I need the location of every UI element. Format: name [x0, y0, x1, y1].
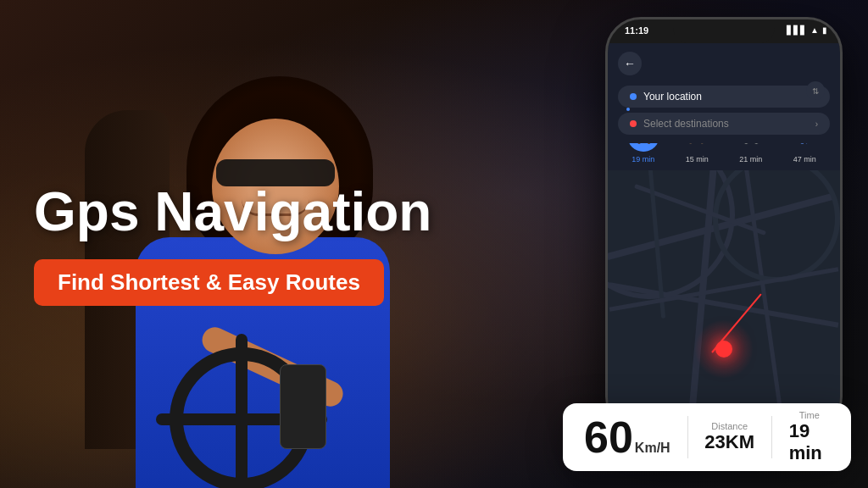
subtitle-badge: Find Shortest & Easy Routes — [34, 259, 384, 306]
phone-frame: 11:19 ▋▋▋ ▲ ▮ ← Your loca — [605, 17, 843, 432]
location-pin — [694, 319, 754, 379]
location-dot — [630, 93, 637, 100]
status-icons: ▋▋▋ ▲ ▮ — [787, 25, 827, 35]
pin-glow — [694, 319, 754, 379]
divider-2 — [771, 416, 772, 458]
pin-dot — [715, 341, 732, 358]
left-content: Gps Navigation Find Shortest & Easy Rout… — [0, 0, 492, 488]
battery-icon: ▮ — [822, 25, 827, 35]
time-stat: Time 19 min — [789, 410, 830, 464]
distance-value: 23KM — [704, 431, 754, 453]
bottom-info-card: 60 Km/H Distance 23KM Time 19 min — [563, 403, 851, 471]
back-button[interactable]: ← — [618, 52, 642, 75]
location-text: Your location — [643, 91, 702, 103]
divider-1 — [687, 416, 688, 458]
distance-stat: Distance 23KM — [704, 421, 754, 453]
wifi-icon: ▲ — [810, 25, 819, 35]
chevron-right-icon: › — [815, 119, 818, 129]
destination-text: Select destinations — [643, 118, 729, 130]
destination-input[interactable]: Select destinations › — [618, 113, 830, 135]
speed-unit: Km/H — [635, 441, 670, 456]
car-time: 19 min — [632, 155, 654, 164]
phone-notch — [673, 19, 775, 43]
destination-dot — [630, 120, 637, 127]
status-time: 11:19 — [625, 25, 648, 36]
time-value: 19 min — [789, 420, 830, 464]
speed-number: 60 — [584, 415, 633, 459]
location-input[interactable]: Your location — [618, 86, 830, 108]
bus-time: 15 min — [686, 155, 709, 164]
main-title: Gps Navigation — [34, 182, 458, 241]
signal-icon: ▋▋▋ — [787, 25, 807, 35]
walk-time: 47 min — [793, 155, 816, 164]
phone-container: 11:19 ▋▋▋ ▲ ▮ ← Your loca — [597, 17, 851, 458]
dot-3 — [626, 108, 630, 111]
swap-button[interactable]: ⇅ — [806, 81, 825, 100]
speed-display: 60 Km/H — [584, 415, 670, 459]
time-label: Time — [799, 410, 820, 420]
distance-label: Distance — [711, 421, 748, 431]
bike-time: 21 min — [739, 155, 762, 164]
nav-header: ← Your location ⇅ Select destinations › — [608, 43, 840, 143]
